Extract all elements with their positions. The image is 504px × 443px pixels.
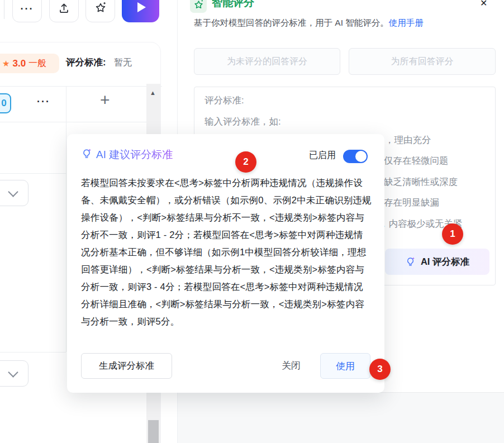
table-border — [0, 173, 66, 174]
panel-title: 智能评分 — [212, 0, 254, 10]
count-badge[interactable]: 0 — [0, 93, 11, 113]
enabled-toggle[interactable] — [343, 150, 368, 163]
more-actions-button[interactable]: ··· — [12, 0, 42, 22]
placeholder-fragment: 存在明显缺漏 — [384, 197, 439, 209]
score-badge: ★ 3.0 一般 — [0, 54, 59, 73]
placeholder-fragment: 缺乏清晰性或深度 — [384, 176, 458, 188]
screen: ··· ★ 3.0 一般 评分标准: 暂无 0 ··· + — [0, 0, 504, 443]
toggle-knob — [355, 151, 367, 162]
toolbar-divider — [4, 0, 4, 19]
score-all-button[interactable]: 为所有回答评分 — [349, 48, 496, 75]
lightbulb-sparkle-icon — [81, 148, 92, 161]
table-border — [0, 352, 66, 353]
criteria-label: 评分标准: — [66, 56, 106, 69]
row-collapse-dropdown[interactable] — [0, 180, 28, 206]
score-value: 3.0 — [12, 58, 26, 69]
lightbulb-sparkle-icon — [405, 256, 416, 267]
table-border — [66, 86, 66, 352]
star-icon: ★ — [2, 59, 9, 69]
suggested-criteria-text: 若模型回答未按要求在<思考>标签中分析两种违规情况（违规操作设备、未佩戴安全帽）… — [81, 174, 372, 330]
dialog-title: AI 建议评分标准 — [96, 147, 173, 162]
play-icon — [137, 2, 146, 12]
panel-footer-area — [178, 392, 504, 443]
upload-icon — [58, 2, 70, 16]
placeholder-hint: 输入评分标准，如: — [205, 116, 281, 128]
manual-link[interactable]: 使用手册 — [389, 18, 424, 27]
row-collapse-dropdown[interactable] — [0, 360, 28, 387]
smart-score-icon — [190, 0, 207, 13]
upload-button[interactable] — [49, 0, 79, 22]
column-more-button[interactable]: ··· — [37, 96, 50, 108]
generate-criteria-button[interactable]: 生成评分标准 — [81, 353, 172, 379]
ai-criteria-button[interactable]: AI 评分标准 — [385, 249, 489, 275]
chevron-down-icon — [8, 367, 18, 377]
dialog-close-button[interactable]: 关闭 — [282, 359, 301, 372]
chevron-down-icon — [8, 187, 18, 197]
score-unscored-button[interactable]: 为未评分的回答评分 — [194, 48, 340, 75]
favorite-button[interactable] — [85, 0, 115, 22]
enabled-label: 已启用 — [309, 150, 336, 161]
criteria-value: 暂无 — [114, 57, 132, 69]
table-border — [0, 122, 146, 122]
annotation-step-1: 1 — [442, 223, 463, 245]
table-border — [0, 86, 162, 87]
scrollbar-thumb[interactable] — [148, 420, 159, 443]
ai-criteria-button-label: AI 评分标准 — [421, 256, 469, 268]
add-column-button[interactable]: + — [100, 90, 110, 109]
placeholder-fragment: ，理由充分 — [385, 134, 431, 146]
annotation-step-2: 2 — [235, 151, 256, 173]
run-button[interactable] — [122, 0, 159, 22]
star-plus-icon — [94, 2, 107, 16]
score-level: 一般 — [28, 58, 46, 69]
ai-suggest-criteria-dialog: AI 建议评分标准 已启用 若模型回答未按要求在<思考>标签中分析两种违规情况（… — [67, 134, 384, 393]
more-icon: ··· — [21, 3, 34, 15]
placeholder-title: 评分标准: — [205, 94, 244, 107]
placeholder-fragment: 仅存在轻微问题 — [384, 155, 449, 167]
use-button[interactable]: 使用 — [320, 353, 370, 379]
panel-description: 基于你对模型回答的评分标准，用于 AI 智能评分。使用手册 — [194, 17, 424, 29]
annotation-step-3: 3 — [369, 359, 391, 380]
description-text: 基于你对模型回答的评分标准，用于 AI 智能评分。 — [194, 18, 389, 27]
close-icon[interactable]: ✕ — [480, 0, 487, 8]
scrollbar-up-icon[interactable]: ▲ — [150, 89, 156, 96]
